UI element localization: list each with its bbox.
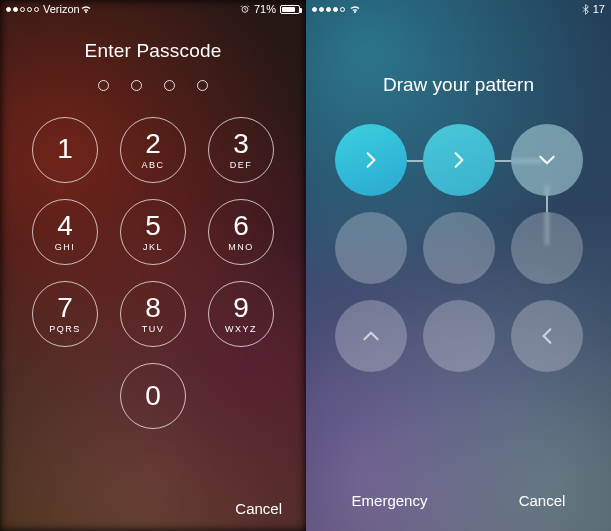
status-bar: Verizon 71% (0, 0, 306, 18)
key-9[interactable]: 9WXYZ (208, 281, 274, 347)
status-right-text: 17 (593, 3, 605, 15)
bluetooth-icon (582, 4, 589, 15)
key-7[interactable]: 7PQRS (32, 281, 98, 347)
pattern-node-2[interactable] (423, 124, 495, 196)
pattern-node-7[interactable] (335, 300, 407, 372)
pattern-node-8[interactable] (423, 300, 495, 372)
wifi-icon (349, 4, 361, 14)
emergency-button[interactable]: Emergency (352, 492, 428, 509)
pattern-screen: 17 Draw your pattern Emergency Can (306, 0, 611, 531)
alarm-icon (240, 4, 250, 14)
passcode-dots (98, 80, 208, 91)
key-6[interactable]: 6MNO (208, 199, 274, 265)
pattern-node-3[interactable] (511, 124, 583, 196)
cancel-button[interactable]: Cancel (519, 492, 566, 509)
pattern-grid[interactable] (335, 124, 583, 372)
key-8[interactable]: 8TUV (120, 281, 186, 347)
keypad: 1 2ABC 3DEF 4GHI 5JKL 6MNO 7PQRS 8TUV 9W… (32, 117, 274, 429)
key-4[interactable]: 4GHI (32, 199, 98, 265)
passcode-screen: Verizon 71% Enter Passcode 1 2ABC 3DEF 4… (0, 0, 306, 531)
battery-icon (280, 5, 300, 14)
pattern-node-9[interactable] (511, 300, 583, 372)
key-3[interactable]: 3DEF (208, 117, 274, 183)
passcode-prompt: Enter Passcode (85, 40, 222, 62)
key-0[interactable]: 0 (120, 363, 186, 429)
cancel-button[interactable]: Cancel (235, 500, 282, 517)
pattern-node-5[interactable] (423, 212, 495, 284)
pattern-prompt: Draw your pattern (383, 74, 534, 96)
carrier-label: Verizon (43, 3, 80, 15)
pattern-node-1[interactable] (335, 124, 407, 196)
pattern-node-6[interactable] (511, 212, 583, 284)
battery-percent: 71% (254, 3, 276, 15)
wifi-icon (80, 4, 92, 14)
key-2[interactable]: 2ABC (120, 117, 186, 183)
signal-strength-icon (312, 7, 345, 12)
key-1[interactable]: 1 (32, 117, 98, 183)
pattern-node-4[interactable] (335, 212, 407, 284)
signal-strength-icon (6, 7, 39, 12)
key-5[interactable]: 5JKL (120, 199, 186, 265)
status-bar: 17 (306, 0, 611, 18)
